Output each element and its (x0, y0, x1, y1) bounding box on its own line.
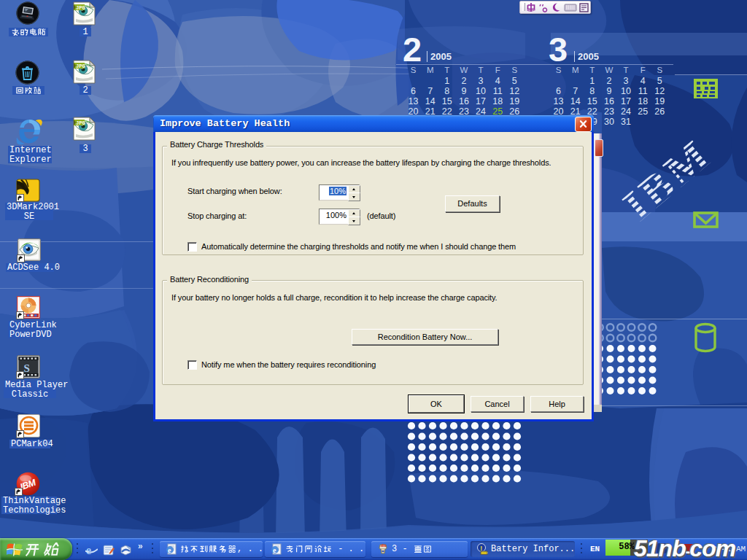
svg-text:e: e (168, 546, 171, 554)
svg-text:e: e (273, 546, 276, 554)
svg-text:JPG: JPG (76, 120, 85, 126)
svg-text:!: ! (480, 545, 482, 552)
svg-text:JPG: JPG (76, 5, 85, 11)
svg-text:S: S (24, 362, 30, 374)
svg-text:e: e (86, 544, 91, 556)
svg-text:JPG: JPG (76, 63, 85, 69)
